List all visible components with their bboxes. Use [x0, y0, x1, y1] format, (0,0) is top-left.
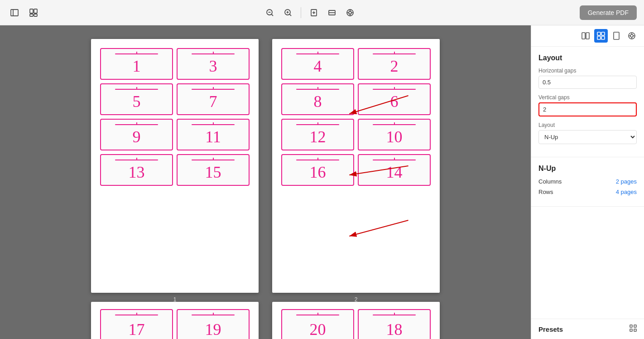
pages-row-1: 1 3 5 7: [91, 39, 440, 293]
card-number: 16: [310, 164, 326, 180]
fit-page-button[interactable]: [307, 5, 321, 20]
zoom-out-button[interactable]: [263, 5, 277, 20]
card-number: 3: [209, 58, 217, 74]
card-1: 1: [100, 48, 173, 80]
card-7: 7: [177, 83, 250, 115]
card-tick: [394, 158, 395, 160]
single-page-icon-btn[interactable]: [610, 29, 623, 43]
card-number: 6: [390, 93, 399, 110]
card-2: 2: [358, 48, 431, 80]
card-tick: [213, 122, 214, 125]
card-tick: [213, 313, 214, 315]
partial-page-1-grid: 17 19: [100, 309, 250, 339]
svg-rect-32: [597, 36, 601, 39]
card-8: 8: [281, 83, 354, 115]
card-15: 15: [177, 154, 250, 186]
fit-width-button[interactable]: [325, 5, 339, 20]
svg-rect-42: [634, 325, 636, 327]
card-13: 13: [100, 154, 173, 186]
nup-layout-icon-btn[interactable]: [594, 29, 608, 43]
svg-rect-33: [601, 36, 605, 39]
toolbar-right: Generate PDF: [580, 5, 637, 20]
svg-rect-29: [586, 33, 589, 39]
layout-type-label: Layout: [538, 122, 637, 128]
rows-label: Rows: [538, 189, 553, 195]
card-6: 6: [358, 83, 431, 115]
card-number: 17: [129, 321, 145, 338]
nup-section: N-Up Columns 2 pages Rows 4 pages: [531, 157, 644, 207]
presets-grid-icon[interactable]: [630, 324, 637, 334]
rows-row: Rows 4 pages: [538, 189, 637, 195]
svg-rect-4: [30, 14, 33, 16]
multi-page-layout-icon-btn[interactable]: [579, 29, 592, 43]
card-number: 13: [129, 164, 145, 180]
page-1: 1 3 5 7: [91, 39, 259, 293]
card-3: 3: [177, 48, 250, 80]
page-1-grid: 1 3 5 7: [100, 48, 250, 186]
panel-spacer: [531, 207, 644, 319]
page-1-label: 1: [173, 296, 177, 303]
fit-all-button[interactable]: [343, 5, 357, 20]
toolbar-center: [46, 5, 574, 20]
pages-view-button[interactable]: [26, 5, 41, 20]
card-11: 11: [177, 119, 250, 150]
card-tick: [394, 52, 395, 54]
partial-page-1: 17 19: [91, 302, 259, 339]
layout-type-field: Layout N-Up Booklet Custom: [538, 122, 637, 144]
card-tick: [317, 122, 318, 125]
partial-page-2: 20 18: [272, 302, 440, 339]
card-tick: [136, 52, 137, 54]
card-tick: [136, 122, 137, 125]
card-17: 17: [100, 309, 173, 339]
zoom-in-button[interactable]: [281, 5, 295, 20]
presets-title: Presets: [538, 325, 563, 333]
card-number: 1: [133, 58, 141, 74]
rows-value[interactable]: 4 pages: [616, 189, 637, 195]
card-number: 19: [205, 321, 221, 338]
card-number: 2: [390, 58, 399, 74]
vertical-gaps-label: Vertical gaps: [538, 94, 637, 101]
card-tick: [213, 87, 214, 90]
layout-type-select[interactable]: N-Up Booklet Custom: [538, 130, 637, 144]
nup-section-title: N-Up: [538, 165, 637, 173]
card-number: 18: [386, 321, 403, 338]
svg-rect-30: [597, 32, 601, 35]
card-tick: [317, 158, 318, 160]
generate-pdf-button[interactable]: Generate PDF: [580, 5, 637, 20]
card-12: 12: [281, 119, 354, 150]
horizontal-gaps-input[interactable]: [538, 76, 637, 89]
target-icon-btn[interactable]: [625, 29, 639, 43]
card-number: 15: [205, 164, 221, 180]
vertical-gaps-input[interactable]: [538, 102, 637, 116]
card-number: 5: [133, 93, 141, 110]
card-9: 9: [100, 119, 173, 150]
card-number: 20: [310, 321, 326, 338]
card-number: 8: [314, 93, 322, 110]
right-panel: Layout Horizontal gaps Vertical gaps Lay…: [531, 25, 644, 339]
card-number: 10: [386, 129, 403, 145]
layout-section: Layout Horizontal gaps Vertical gaps Lay…: [531, 47, 644, 157]
sidebar-toggle-button[interactable]: [7, 5, 22, 20]
main-area: 1 3 5 7: [0, 25, 644, 339]
partial-pages-row: 17 19 20: [91, 302, 440, 339]
svg-rect-34: [614, 32, 619, 39]
layout-section-title: Layout: [538, 54, 637, 62]
card-14: 14: [358, 154, 431, 186]
svg-point-36: [630, 34, 633, 37]
toolbar: Generate PDF: [0, 0, 644, 25]
card-tick: [317, 87, 318, 90]
columns-value[interactable]: 2 pages: [616, 178, 637, 185]
svg-rect-28: [582, 33, 585, 39]
partial-page-2-grid: 20 18: [281, 309, 431, 339]
panel-top-icons: [531, 25, 644, 47]
horizontal-gaps-field: Horizontal gaps: [538, 68, 637, 89]
svg-point-19: [349, 11, 351, 14]
svg-rect-0: [11, 10, 18, 16]
card-tick: [136, 87, 137, 90]
card-4: 4: [281, 48, 354, 80]
toolbar-left: [7, 5, 41, 20]
canvas-area[interactable]: 1 3 5 7: [0, 25, 531, 339]
card-19: 19: [177, 309, 250, 339]
svg-rect-43: [630, 329, 632, 331]
card-tick: [213, 158, 214, 160]
